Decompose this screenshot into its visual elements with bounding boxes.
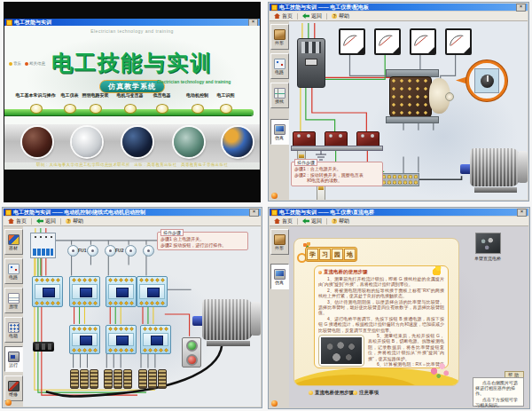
box-icon (274, 234, 286, 245)
sidebar-circuit[interactable]: 电路 (4, 258, 23, 284)
window-splash: 电工技能与实训 × Electrician technology and tra… (4, 2, 261, 202)
app-icon (5, 209, 12, 216)
photo-meter (72, 127, 102, 157)
sidebar: 器材 电路 原理 电箱 运行 维修 (4, 226, 24, 407)
window-motor-control-sim: 电工技能与实训 —— 电动机控制\绕线式电动机启动控制 × 首页 返回 ?帮助 … (2, 207, 262, 408)
panel-meter-4 (445, 28, 472, 55)
menu-bullet[interactable] (64, 104, 76, 114)
sidebar-simulate[interactable]: 仿真 (270, 119, 289, 145)
close-button[interactable]: × (249, 209, 259, 217)
sidebar-simulate[interactable]: 仿真 (270, 264, 289, 289)
sidebar-principle[interactable]: 原理 (4, 288, 23, 313)
contactor[interactable] (69, 325, 100, 354)
fuse-round (143, 245, 154, 257)
home-button[interactable]: 首页 (272, 217, 294, 225)
link-usage-steps[interactable]: 直流电桥使用步骤 (309, 390, 354, 396)
menu-item[interactable]: 电工基本常识与操作 (14, 93, 57, 99)
music-ball-icon[interactable] (5, 399, 12, 406)
back-icon (36, 218, 43, 224)
help-icon: ? (66, 218, 71, 224)
contactor[interactable] (140, 325, 171, 354)
help-button[interactable]: ?帮助 (330, 12, 351, 20)
title-bar[interactable]: 电工技能与实训 —— 电工仪表\配电板 × (270, 4, 528, 11)
close-button[interactable]: × (517, 209, 527, 217)
motor (192, 299, 261, 346)
menu-bullet[interactable] (192, 104, 204, 114)
toolbar: 首页 返回 ?帮助 (270, 12, 528, 21)
step: 2、将被测电阻用较粗的短导线接于面板上标有“RX”的两接线柱上并拧紧，使其处于良… (318, 288, 444, 299)
main-title: 电工技能与实训 (4, 49, 260, 77)
help-button[interactable]: ?帮助 (330, 217, 351, 225)
music-ball-icon[interactable] (271, 193, 278, 199)
contactor[interactable] (32, 276, 63, 307)
topic-heading: 直流电桥的使用步骤 (318, 269, 444, 275)
panel-meter-2 (374, 28, 401, 55)
title-bar[interactable]: 电工技能与实训 —— 电动机控制\绕线式电动机启动控制 × (4, 209, 261, 216)
starting-resistor (138, 369, 147, 389)
sidebar-run[interactable]: 运行 (4, 346, 23, 372)
starting-resistor (104, 369, 113, 389)
sim-canvas: FU1 FU2 (23, 226, 261, 407)
fuse-round (87, 245, 98, 257)
subtitle-badge: 仿真教学系统 (99, 80, 165, 93)
link-notes[interactable]: 注意事项 (353, 390, 379, 396)
content-panel: 直流电桥的使用步骤 1、测量前先打开检流计锁扣，即将 G 接线柱处的金属旋片由“… (314, 265, 449, 368)
device-thumbnail[interactable]: 单臂直流电桥 (469, 233, 506, 261)
photo-motor (174, 127, 204, 157)
menu-item[interactable]: 电工识图 (209, 93, 242, 99)
sidebar-equipment[interactable]: 器材 (4, 229, 23, 255)
contactor[interactable] (137, 276, 168, 307)
sidebar-shape[interactable]: 外形 (270, 229, 289, 255)
circuit-breaker[interactable] (30, 233, 56, 258)
bridge-thumbnail-image[interactable] (475, 233, 501, 254)
menu-bullet[interactable] (124, 104, 137, 114)
help-button[interactable]: ?帮助 (64, 217, 85, 225)
back-button[interactable]: 返回 (301, 12, 324, 20)
operation-steps-box: 操作步骤 步骤1：合上电源开关。 步骤2：按动转换开关，观察电压表 和电流表的读… (291, 162, 383, 186)
sidebar-panel[interactable]: 电箱 (4, 317, 23, 343)
menu-bullet[interactable] (220, 104, 232, 114)
menu-item[interactable]: 低压电器 (145, 93, 178, 99)
back-button[interactable]: 返回 (35, 217, 58, 225)
home-icon (274, 218, 280, 224)
bullet-icon (353, 391, 357, 395)
music-ball-icon[interactable] (271, 400, 278, 407)
box-icon (274, 29, 286, 40)
circuit-breaker[interactable] (297, 38, 325, 88)
title-bar[interactable]: 电工技能与实训 × (4, 19, 260, 26)
circuit-icon (274, 59, 286, 69)
motor (460, 148, 528, 193)
app-icon (271, 4, 278, 11)
help-icon: ? (332, 218, 337, 224)
home-button[interactable]: 首页 (6, 217, 28, 225)
switch-knob[interactable] (445, 92, 454, 101)
starting-resistor (90, 369, 98, 389)
menu-bullet[interactable] (30, 104, 43, 114)
rotary-knob-icon[interactable] (481, 75, 494, 88)
operation-steps-box: 操作步骤 步骤1 合上电源开关。 步骤2 按动按钮，进行运行操作。 (157, 232, 248, 250)
back-button[interactable]: 返回 (301, 217, 324, 225)
close-button[interactable]: × (516, 4, 526, 12)
menu-bullet[interactable] (156, 104, 168, 114)
contactor[interactable] (106, 276, 137, 307)
home-button[interactable]: 首页 (272, 12, 294, 20)
starting-resistor (148, 369, 157, 389)
terminal-strip (380, 173, 419, 186)
stop-button[interactable] (186, 354, 198, 366)
instruction-steps: 1、测量前先打开检流计锁扣，即将 G 接线柱处的金属旋片由“内接”旋到“外接”，… (318, 276, 444, 368)
changeover-switch[interactable] (389, 76, 432, 117)
menu-item[interactable]: 电机与变压器 (113, 93, 146, 99)
menu-bullet[interactable] (90, 104, 102, 114)
contactor[interactable] (69, 276, 100, 307)
starting-resistor (158, 369, 167, 389)
step: 4、进行电桥平衡调节。先按下按钮 B 接通电源，再按下按钮 G 接通检流计，根据… (318, 316, 444, 333)
photo-component (122, 127, 153, 157)
sidebar-wiring[interactable]: 接线 (270, 83, 289, 108)
title-bar[interactable]: 电工技能与实训 —— 电工仪表\直流电桥 × (270, 209, 528, 216)
contactor[interactable] (106, 325, 137, 354)
sidebar-shape[interactable]: 外形 (270, 24, 289, 50)
menu-item[interactable]: 照明电路安装 (79, 93, 112, 99)
sidebar-circuit[interactable]: 电路 (270, 53, 289, 79)
sidebar-repair[interactable]: 维修 (4, 375, 23, 401)
window-title: 电工技能与实训 —— 电工仪表\直流电桥 (279, 209, 515, 216)
